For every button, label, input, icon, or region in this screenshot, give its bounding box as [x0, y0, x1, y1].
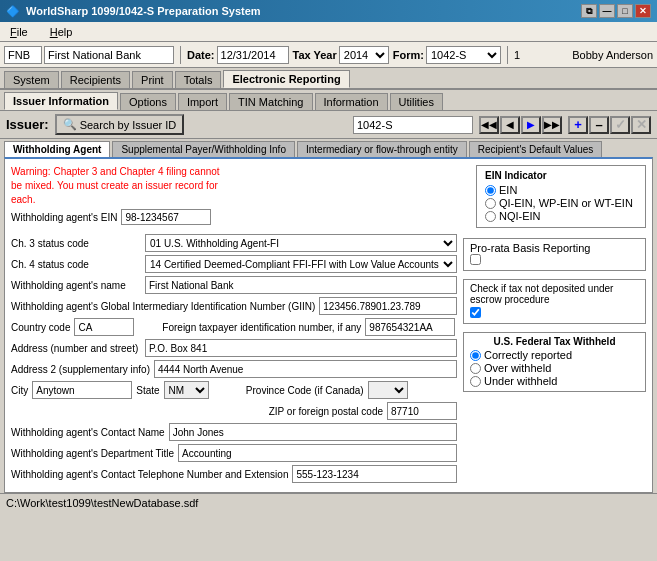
address-input[interactable]	[145, 339, 457, 357]
nav-next-button[interactable]: ▶	[521, 116, 541, 134]
add-button[interactable]: +	[568, 116, 588, 134]
tax-year-select[interactable]: 2014	[339, 46, 389, 64]
restore-button[interactable]: ⧉	[581, 4, 597, 18]
sub-tab-utilities[interactable]: Utilities	[390, 93, 443, 110]
title-bar: 🔷 WorldSharp 1099/1042-S Preparation Sys…	[0, 0, 657, 22]
date-label: Date:	[187, 49, 215, 61]
tab-print[interactable]: Print	[132, 71, 173, 88]
dept-title-label: Withholding agent's Department Title	[11, 448, 174, 459]
agent-name-input[interactable]	[145, 276, 457, 294]
menu-file[interactable]: File	[4, 24, 34, 40]
nav-prev-button[interactable]: ◀	[500, 116, 520, 134]
address2-input[interactable]	[154, 360, 457, 378]
nav-buttons: ◀◀ ◀ ▶ ▶▶	[479, 116, 562, 134]
app-title: WorldSharp 1099/1042-S Preparation Syste…	[26, 5, 261, 17]
contact-name-input[interactable]	[169, 423, 457, 441]
federal-tax-title: U.S. Federal Tax Withheld	[470, 336, 639, 347]
foreign-tax-input[interactable]	[365, 318, 455, 336]
sub-tab-issuer-info[interactable]: Issuer Information	[4, 92, 118, 110]
nav-first-button[interactable]: ◀◀	[479, 116, 499, 134]
issuer-id-input[interactable]	[353, 116, 473, 134]
country-row: Country code Foreign taxpayer identifica…	[11, 318, 457, 336]
app-icon: 🔷	[6, 5, 20, 18]
giin-input[interactable]	[319, 297, 457, 315]
giin-row: Withholding agent's Global Intermediary …	[11, 297, 457, 315]
escrow-checkbox[interactable]	[470, 307, 481, 318]
inner-tab-supplemental[interactable]: Supplemental Payer/Withholding Info	[112, 141, 295, 157]
menu-bar: File Help	[0, 22, 657, 42]
date-input[interactable]	[217, 46, 289, 64]
pro-rata-label: Pro-rata Basis Reporting	[470, 242, 639, 254]
state-label: State	[136, 385, 159, 396]
inner-tab-row: Withholding Agent Supplemental Payer/Wit…	[0, 139, 657, 157]
form-select[interactable]: 1042-S	[426, 46, 501, 64]
sub-tab-information[interactable]: Information	[315, 93, 388, 110]
country-input[interactable]	[74, 318, 134, 336]
ch3-label: Ch. 3 status code	[11, 238, 141, 249]
sub-tab-tin-matching[interactable]: TIN Matching	[229, 93, 312, 110]
address2-label: Address 2 (supplementary info)	[11, 364, 150, 375]
country-label: Country code	[11, 322, 70, 333]
federal-radio-correct[interactable]	[470, 350, 481, 361]
close-button[interactable]: ✕	[635, 4, 651, 18]
issuer-label: Issuer:	[6, 117, 49, 132]
search-btn-label: Search by Issuer ID	[80, 119, 177, 131]
confirm-button[interactable]: ✓	[610, 116, 630, 134]
dept-title-row: Withholding agent's Department Title	[11, 444, 457, 462]
minimize-button[interactable]: —	[599, 4, 615, 18]
contact-name-label: Withholding agent's Contact Name	[11, 427, 165, 438]
tab-totals[interactable]: Totals	[175, 71, 222, 88]
withholding-ein-input[interactable]	[121, 209, 211, 225]
tab-recipients[interactable]: Recipients	[61, 71, 130, 88]
search-icon: 🔍	[63, 118, 77, 131]
menu-help[interactable]: Help	[44, 24, 79, 40]
entity-code-input[interactable]	[4, 46, 42, 64]
tab-system[interactable]: System	[4, 71, 59, 88]
province-label: Province Code (if Canada)	[246, 385, 364, 396]
warning-text: Warning: Chapter 3 and Chapter 4 filing …	[11, 165, 231, 207]
escrow-box: Check if tax not deposited under escrow …	[463, 279, 646, 324]
ch4-select[interactable]: 14 Certified Deemed-Compliant FFI-FFI wi…	[145, 255, 457, 273]
inner-tab-withholding-agent[interactable]: Withholding Agent	[4, 141, 110, 157]
toolbar: Date: Tax Year 2014 Form: 1042-S 1 Bobby…	[0, 42, 657, 68]
pro-rata-box: Pro-rata Basis Reporting	[463, 238, 646, 271]
tab-electronic-reporting[interactable]: Electronic Reporting	[223, 70, 349, 88]
agent-name-label: Withholding agent's name	[11, 280, 141, 291]
city-label: City	[11, 385, 28, 396]
entity-name-input[interactable]	[44, 46, 174, 64]
inner-tab-recipients-default[interactable]: Recipient's Default Values	[469, 141, 603, 157]
address-row: Address (number and street)	[11, 339, 457, 357]
toolbar-separator	[180, 46, 181, 64]
state-select[interactable]: NM	[164, 381, 209, 399]
province-select[interactable]	[368, 381, 408, 399]
dept-title-input[interactable]	[178, 444, 457, 462]
inner-tab-intermediary[interactable]: Intermediary or flow-through entity	[297, 141, 467, 157]
federal-radio-under[interactable]	[470, 376, 481, 387]
zip-input[interactable]	[387, 402, 457, 420]
action-buttons: + – ✓ ✕	[568, 116, 651, 134]
contact-phone-input[interactable]	[292, 465, 457, 483]
federal-radio-over[interactable]	[470, 363, 481, 374]
city-input[interactable]	[32, 381, 132, 399]
ch3-select[interactable]: 01 U.S. Withholding Agent-FI	[145, 234, 457, 252]
sub-tab-import[interactable]: Import	[178, 93, 227, 110]
tax-year-label: Tax Year	[293, 49, 337, 61]
search-issuer-button[interactable]: 🔍 Search by Issuer ID	[55, 114, 185, 135]
cancel-button[interactable]: ✕	[631, 116, 651, 134]
maximize-button[interactable]: □	[617, 4, 633, 18]
minus-button[interactable]: –	[589, 116, 609, 134]
contact-name-row: Withholding agent's Contact Name	[11, 423, 457, 441]
content-area: Ch. 3 status code 01 U.S. Withholding Ag…	[11, 234, 646, 486]
zip-label: ZIP or foreign postal code	[269, 406, 383, 417]
giin-label: Withholding agent's Global Intermediary …	[11, 301, 315, 312]
nav-last-button[interactable]: ▶▶	[542, 116, 562, 134]
contact-phone-label: Withholding agent's Contact Telephone Nu…	[11, 469, 288, 480]
form-label: Form:	[393, 49, 424, 61]
ein-indicator-box: EIN Indicator EIN QI-EIN, WP-EIN or WT-E…	[476, 165, 646, 228]
ein-radio-nqi[interactable]	[485, 211, 496, 222]
pro-rata-checkbox[interactable]	[470, 254, 481, 265]
ein-radio-ein[interactable]	[485, 185, 496, 196]
sub-tab-options[interactable]: Options	[120, 93, 176, 110]
ch3-row: Ch. 3 status code 01 U.S. Withholding Ag…	[11, 234, 457, 252]
ein-radio-qi[interactable]	[485, 198, 496, 209]
